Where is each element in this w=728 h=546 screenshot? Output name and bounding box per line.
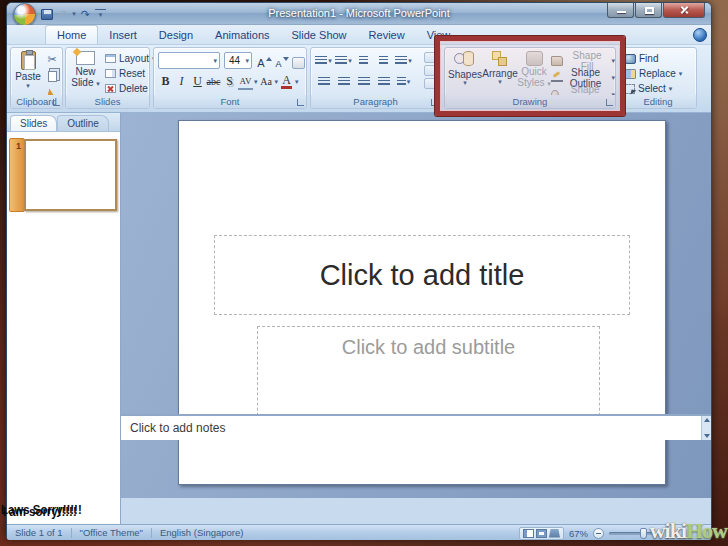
paste-label: Paste bbox=[15, 71, 41, 82]
new-slide-label-1: New bbox=[75, 66, 95, 77]
maximize-button[interactable] bbox=[635, 3, 662, 18]
slide-thumbnail-row[interactable]: 1 bbox=[7, 138, 120, 216]
clipboard-dialog-launcher-icon[interactable] bbox=[53, 99, 60, 106]
bold-button[interactable]: B bbox=[158, 73, 173, 90]
tab-animations[interactable]: Animations bbox=[204, 26, 280, 44]
clear-formatting-icon bbox=[292, 57, 305, 69]
slides-group-label: Slides bbox=[66, 95, 149, 108]
paste-dropdown-icon[interactable]: ▾ bbox=[26, 83, 30, 89]
title-placeholder[interactable]: Click to add title bbox=[214, 235, 630, 315]
increase-indent-button[interactable] bbox=[374, 52, 393, 69]
close-button[interactable] bbox=[663, 3, 705, 18]
line-spacing-button[interactable]: ▾ bbox=[394, 52, 413, 69]
status-bar: Slide 1 of 1 "Office Theme" English (Sin… bbox=[7, 524, 711, 540]
status-separator bbox=[151, 528, 152, 538]
numbering-dropdown-icon: ▾ bbox=[348, 58, 352, 64]
scissors-icon: ✂ bbox=[47, 54, 56, 65]
theme-name[interactable]: "Office Theme" bbox=[80, 527, 143, 538]
slide-thumbnail[interactable] bbox=[24, 139, 117, 211]
zoom-out-button[interactable] bbox=[593, 528, 604, 539]
tab-slides-pane[interactable]: Slides bbox=[10, 115, 57, 131]
align-center-button[interactable] bbox=[334, 73, 353, 90]
status-separator bbox=[71, 528, 72, 538]
find-button[interactable]: Find bbox=[625, 52, 682, 65]
font-name-combo[interactable]: ▾ bbox=[158, 52, 220, 69]
red-highlight-box bbox=[435, 36, 625, 116]
font-color-button[interactable]: A bbox=[279, 73, 294, 90]
window-controls bbox=[606, 3, 705, 18]
tab-slide-show[interactable]: Slide Show bbox=[281, 26, 358, 44]
subtitle-placeholder[interactable]: Click to add subtitle bbox=[257, 326, 600, 426]
zoom-level[interactable]: 67% bbox=[569, 528, 588, 539]
align-left-button[interactable] bbox=[314, 73, 333, 90]
paste-clipboard-icon bbox=[21, 51, 36, 70]
new-slide-button[interactable]: New Slide ▾ bbox=[69, 51, 102, 96]
align-right-icon bbox=[358, 77, 370, 87]
slideshow-icon[interactable] bbox=[549, 529, 560, 538]
editing-group-label: Editing bbox=[620, 95, 696, 108]
replace-dropdown-icon: ▾ bbox=[679, 71, 683, 77]
view-buttons bbox=[519, 527, 564, 540]
notes-scrollbar[interactable] bbox=[701, 416, 711, 440]
underline-button[interactable]: U bbox=[190, 73, 205, 90]
replace-label: Replace bbox=[639, 68, 676, 79]
group-paragraph: ▾ ▾ ▾ ▾ Paragraph bbox=[310, 47, 441, 109]
copy-button[interactable] bbox=[44, 69, 60, 83]
font-size-value: 44 bbox=[229, 55, 240, 66]
grow-font-button[interactable]: A bbox=[256, 52, 273, 69]
font-dialog-launcher-icon[interactable] bbox=[297, 99, 304, 106]
tab-insert[interactable]: Insert bbox=[98, 26, 148, 44]
tab-review[interactable]: Review bbox=[358, 26, 416, 44]
minimize-button[interactable] bbox=[607, 3, 634, 18]
justify-button[interactable] bbox=[374, 73, 393, 90]
slide-sorter-icon[interactable] bbox=[536, 529, 547, 538]
columns-icon bbox=[397, 77, 406, 87]
slides-outline-panel: Slides Outline 1 bbox=[7, 113, 121, 524]
new-slide-label-2: Slide bbox=[71, 77, 93, 88]
clear-formatting-button[interactable] bbox=[291, 52, 306, 69]
columns-button[interactable]: ▾ bbox=[394, 73, 413, 90]
paste-button[interactable]: Paste ▾ bbox=[14, 51, 42, 96]
zoom-slider[interactable] bbox=[609, 532, 653, 535]
copy-icon bbox=[48, 71, 57, 82]
bullets-button[interactable]: ▾ bbox=[314, 52, 333, 69]
change-case-button[interactable]: Aa bbox=[259, 73, 274, 90]
character-spacing-button[interactable]: AV bbox=[238, 73, 253, 90]
help-icon[interactable] bbox=[693, 28, 707, 42]
layout-icon bbox=[105, 54, 116, 63]
reset-button[interactable]: Reset bbox=[105, 67, 156, 80]
align-right-button[interactable] bbox=[354, 73, 373, 90]
scroll-down-icon[interactable] bbox=[704, 434, 710, 438]
normal-view-icon[interactable] bbox=[523, 529, 534, 538]
tab-outline-pane[interactable]: Outline bbox=[57, 115, 109, 131]
layout-label: Layout bbox=[119, 53, 149, 64]
case-dropdown-icon: ▾ bbox=[275, 79, 279, 85]
new-slide-dropdown-icon: ▾ bbox=[96, 80, 100, 87]
numbering-button[interactable]: ▾ bbox=[334, 52, 353, 69]
zoom-slider-thumb[interactable] bbox=[640, 528, 647, 539]
font-color-label: A bbox=[282, 75, 291, 85]
notes-pane[interactable]: Click to add notes bbox=[121, 414, 711, 440]
scroll-up-icon[interactable] bbox=[704, 418, 710, 422]
decrease-indent-button[interactable] bbox=[354, 52, 373, 69]
caption-overlay: I am sorry!!!!! Laws Sorry!!!!! bbox=[1, 502, 121, 522]
language-indicator[interactable]: English (Singapore) bbox=[160, 527, 243, 538]
strikethrough-button[interactable]: abc bbox=[206, 73, 221, 90]
delete-button[interactable]: Delete bbox=[105, 82, 156, 95]
tab-design[interactable]: Design bbox=[148, 26, 204, 44]
title-bar[interactable]: ↶ ▾ ↷ ▾ Presentation1 - Microsoft PowerP… bbox=[7, 3, 711, 25]
delete-label: Delete bbox=[119, 83, 148, 94]
bullets-dropdown-icon: ▾ bbox=[328, 58, 332, 64]
select-button[interactable]: Select▾ bbox=[625, 82, 682, 95]
tab-home[interactable]: Home bbox=[45, 25, 98, 44]
replace-button[interactable]: Replace▾ bbox=[625, 67, 682, 80]
shrink-font-button[interactable]: A bbox=[274, 52, 290, 69]
select-dropdown-icon: ▾ bbox=[669, 86, 673, 92]
reset-label: Reset bbox=[119, 68, 145, 79]
font-size-combo[interactable]: 44▾ bbox=[224, 52, 252, 69]
layout-button[interactable]: Layout▾ bbox=[105, 52, 156, 65]
text-shadow-button[interactable]: S bbox=[222, 73, 237, 90]
italic-button[interactable]: I bbox=[174, 73, 189, 90]
decrease-indent-icon bbox=[359, 56, 368, 66]
cut-button[interactable]: ✂ bbox=[44, 52, 60, 66]
